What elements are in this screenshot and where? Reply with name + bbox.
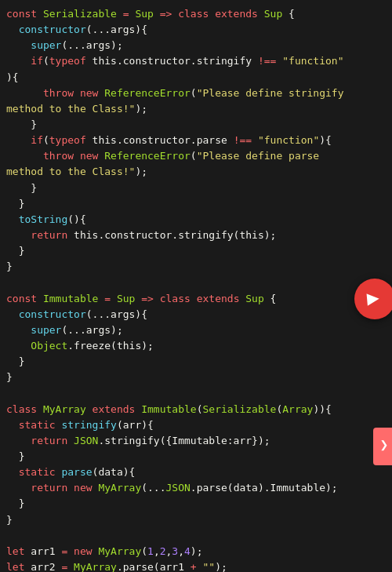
play-button[interactable]: ▶ (354, 279, 392, 319)
chevron-right-icon: ❯ (380, 435, 389, 457)
scroll-handle[interactable]: ❯ (373, 428, 392, 465)
play-icon: ▶ (365, 282, 380, 315)
code-content: const Serializable = Sup => class extend… (6, 6, 392, 572)
code-editor: const Serializable = Sup => class extend… (6, 6, 392, 572)
